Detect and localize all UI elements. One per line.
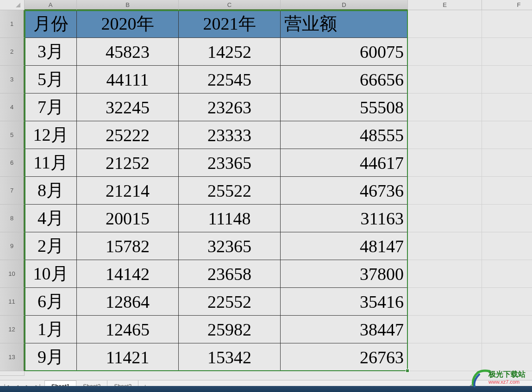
empty-cell[interactable] [482,38,532,66]
data-cell[interactable]: 31163 [281,205,408,232]
empty-cell[interactable] [482,232,532,260]
col-header-F[interactable]: F [482,0,532,10]
data-cell[interactable]: 15782 [77,232,179,260]
data-cell[interactable]: 12864 [77,288,179,316]
header-cell[interactable]: 营业额 [281,10,408,38]
data-cell[interactable]: 44617 [281,149,408,177]
data-cell[interactable]: 22545 [179,66,281,93]
data-cell[interactable]: 48555 [281,121,408,149]
row-header-9[interactable]: 9 [0,232,25,260]
data-cell[interactable]: 11421 [77,343,179,371]
empty-cell[interactable] [408,38,482,66]
data-cell[interactable]: 45823 [77,38,179,66]
row-header-10[interactable]: 10 [0,260,25,288]
empty-cell[interactable] [482,177,532,205]
data-cell[interactable]: 23263 [179,93,281,121]
empty-cell[interactable] [482,93,532,121]
data-cell[interactable]: 3月 [25,38,77,66]
row-header-1[interactable]: 1 [0,10,25,38]
data-cell[interactable]: 12465 [77,316,179,343]
empty-cell[interactable] [482,121,532,149]
empty-cell[interactable] [408,66,482,93]
col-header-D[interactable]: D [281,0,408,10]
row-header-5[interactable]: 5 [0,121,25,149]
col-header-B[interactable]: B [77,0,179,10]
header-cell[interactable]: 2021年 [179,10,281,38]
empty-cell[interactable] [408,288,482,316]
data-cell[interactable]: 66656 [281,66,408,93]
row-header-2[interactable]: 2 [0,38,25,66]
data-cell[interactable]: 23365 [179,149,281,177]
data-cell[interactable]: 44111 [77,66,179,93]
data-cell[interactable]: 1月 [25,316,77,343]
empty-cell[interactable] [408,177,482,205]
data-cell[interactable]: 7月 [25,93,77,121]
data-cell[interactable]: 35416 [281,288,408,316]
taskbar[interactable] [0,386,532,392]
data-cell[interactable]: 23658 [179,260,281,288]
empty-cell[interactable] [482,205,532,232]
row-header-4[interactable]: 4 [0,93,25,121]
empty-cell[interactable] [482,316,532,343]
data-cell[interactable]: 5月 [25,66,77,93]
empty-cell[interactable] [408,93,482,121]
data-cell[interactable]: 60075 [281,38,408,66]
row-header-7[interactable]: 7 [0,177,25,205]
data-cell[interactable]: 32365 [179,232,281,260]
data-cell[interactable]: 46736 [281,177,408,205]
data-cell[interactable]: 38447 [281,316,408,343]
row-header-14[interactable] [0,371,25,376]
empty-cell[interactable] [408,149,482,177]
row-header-11[interactable]: 11 [0,288,25,316]
data-cell[interactable]: 11月 [25,149,77,177]
data-cell[interactable]: 22552 [179,288,281,316]
col-header-A[interactable]: A [25,0,77,10]
header-cell[interactable]: 月份 [25,10,77,38]
data-cell[interactable]: 15342 [179,343,281,371]
data-cell[interactable]: 25222 [77,121,179,149]
row-header-13[interactable]: 13 [0,343,25,371]
data-cell[interactable]: 25982 [179,316,281,343]
empty-cell[interactable] [408,205,482,232]
data-cell[interactable]: 8月 [25,177,77,205]
data-cell[interactable]: 37800 [281,260,408,288]
empty-cell[interactable] [408,232,482,260]
data-cell[interactable]: 4月 [25,205,77,232]
data-cell[interactable]: 32245 [77,93,179,121]
select-all-corner[interactable] [0,0,25,10]
data-cell[interactable]: 21252 [77,149,179,177]
col-header-E[interactable]: E [408,0,482,10]
empty-cell[interactable] [482,66,532,93]
empty-cell[interactable] [482,260,532,288]
data-cell[interactable]: 9月 [25,343,77,371]
empty-cell[interactable] [482,149,532,177]
empty-cell[interactable] [408,260,482,288]
empty-cell[interactable] [408,10,482,38]
col-header-C[interactable]: C [179,0,281,10]
data-cell[interactable]: 12月 [25,121,77,149]
empty-cell[interactable] [408,316,482,343]
data-cell[interactable]: 10月 [25,260,77,288]
empty-cell[interactable] [482,288,532,316]
empty-cell[interactable] [408,121,482,149]
data-cell[interactable]: 55508 [281,93,408,121]
data-cell[interactable]: 48147 [281,232,408,260]
data-cell[interactable]: 25522 [179,177,281,205]
data-cell[interactable]: 20015 [77,205,179,232]
data-cell[interactable]: 21214 [77,177,179,205]
data-cell[interactable]: 26763 [281,343,408,371]
data-cell[interactable]: 2月 [25,232,77,260]
empty-cell[interactable] [408,343,482,371]
empty-cell[interactable] [482,10,532,38]
data-cell[interactable]: 11148 [179,205,281,232]
row-header-8[interactable]: 8 [0,205,25,232]
data-cell[interactable]: 14252 [179,38,281,66]
header-cell[interactable]: 2020年 [77,10,179,38]
row-header-3[interactable]: 3 [0,66,25,93]
data-cell[interactable]: 6月 [25,288,77,316]
empty-cell[interactable] [482,343,532,371]
data-cell[interactable]: 14142 [77,260,179,288]
data-cell[interactable]: 23333 [179,121,281,149]
row-header-6[interactable]: 6 [0,149,25,177]
row-header-12[interactable]: 12 [0,316,25,343]
